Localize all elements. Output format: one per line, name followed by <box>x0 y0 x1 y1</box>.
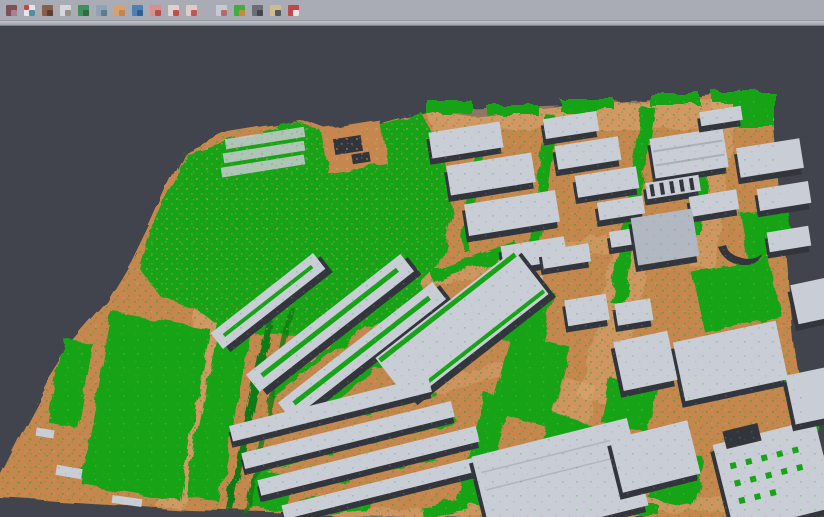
box-clip-tool-icon[interactable] <box>112 3 127 18</box>
application-window <box>0 0 824 517</box>
render-view-tool-icon[interactable] <box>214 3 229 18</box>
delete-tool-icon[interactable] <box>268 3 283 18</box>
profile-tool-icon[interactable] <box>94 3 109 18</box>
terrain-tool-icon[interactable] <box>40 3 55 18</box>
globe-tool-icon[interactable] <box>130 3 145 18</box>
point-cloud-render[interactable] <box>0 26 824 517</box>
move-tool-icon[interactable] <box>4 3 19 18</box>
pick-point-tool-icon[interactable] <box>22 3 37 18</box>
classification-colors-tool-icon[interactable] <box>232 3 247 18</box>
save-export-tool-icon[interactable] <box>286 3 301 18</box>
3d-viewport[interactable] <box>0 26 824 517</box>
find-tool-icon[interactable] <box>250 3 265 18</box>
target-center-tool-icon[interactable] <box>166 3 181 18</box>
crop-zoom-tool-icon[interactable] <box>184 3 199 18</box>
point-cloud-tool-icon[interactable] <box>58 3 73 18</box>
main-toolbar <box>0 0 824 21</box>
mesh-surface-tool-icon[interactable] <box>76 3 91 18</box>
histogram-tool-icon[interactable] <box>148 3 163 18</box>
